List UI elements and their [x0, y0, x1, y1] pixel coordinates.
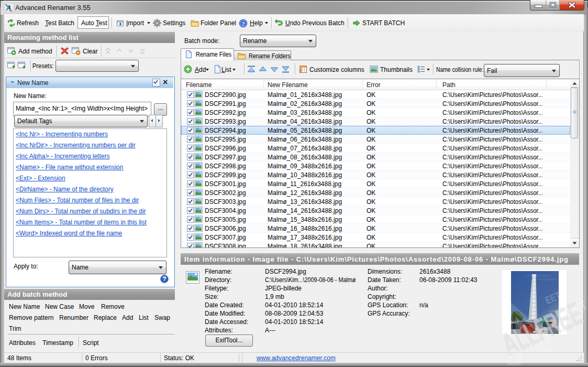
svg-text:?: ? — [163, 276, 166, 282]
svg-text:?: ? — [242, 20, 245, 27]
